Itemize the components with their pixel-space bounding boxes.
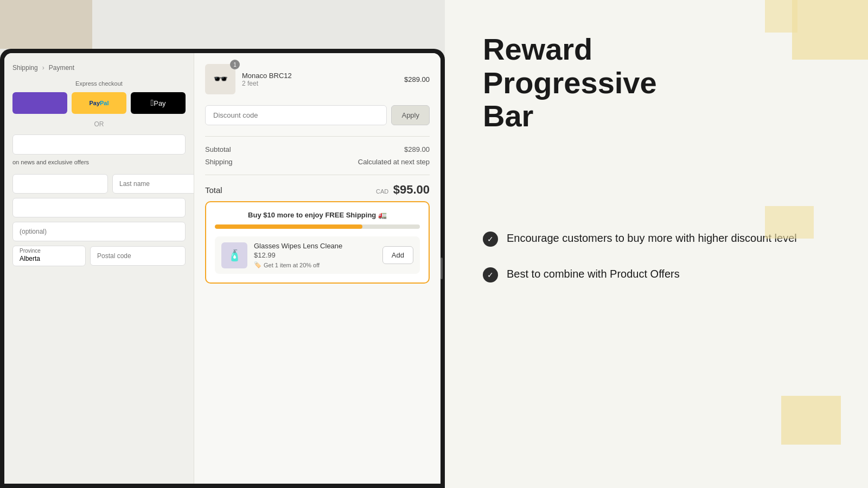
product-variant: 2 feet xyxy=(242,80,398,87)
feature-text-1: Encourage customers to buy more with hig… xyxy=(507,230,797,246)
tablet-screen: Shipping › Payment Express checkout PayP… xyxy=(4,53,441,484)
product-image-wrapper: 🕶️ 1 xyxy=(205,64,235,94)
province-label: Province xyxy=(20,248,41,254)
last-name-input[interactable] xyxy=(112,174,194,194)
checkout-sidebar: Shipping › Payment Express checkout PayP… xyxy=(4,53,194,484)
total-amount-wrapper: CAD $95.00 xyxy=(376,183,430,197)
paypal-icon: PayPal xyxy=(89,100,108,106)
check-icon-2: ✓ xyxy=(483,267,498,282)
province-wrapper: Province Alberta xyxy=(12,246,86,266)
deco-square-top-right xyxy=(792,0,868,60)
product-badge: 1 xyxy=(230,60,240,69)
feature-item-2: ✓ Best to combine with Product Offers xyxy=(483,266,830,282)
product-image: 🕶️ xyxy=(205,64,235,94)
total-amount: $95.00 xyxy=(393,183,430,196)
tablet-device: Shipping › Payment Express checkout PayP… xyxy=(0,49,445,488)
title-line3: Bar xyxy=(483,99,533,133)
email-section: on news and exclusive offers xyxy=(12,134,186,165)
reward-message: Buy $10 more to enjoy FREE Shipping 🚛 xyxy=(215,211,420,219)
check-icon-1: ✓ xyxy=(483,232,498,247)
total-final: Total CAD $95.00 xyxy=(205,175,430,197)
shipping-row: Shipping Calculated at next step xyxy=(205,158,430,166)
subtotal-row: Subtotal $289.00 xyxy=(205,145,430,153)
product-row: 🕶️ 1 Monaco BRC12 2 feet $289.00 xyxy=(205,64,430,94)
apple-pay-button[interactable]:  Pay xyxy=(131,92,186,114)
deco-square-top-right-2 xyxy=(765,0,797,33)
deco-square-bottom-right xyxy=(781,396,841,445)
breadcrumb-shipping: Shipping xyxy=(12,64,38,72)
subtotal-label: Subtotal xyxy=(205,145,231,153)
product-emoji: 🕶️ xyxy=(213,72,228,86)
product-price: $289.00 xyxy=(404,75,430,84)
feature-text-2: Best to combine with Product Offers xyxy=(507,266,680,281)
rec-product-emoji: 🧴 xyxy=(228,249,241,262)
left-panel: Shipping › Payment Express checkout PayP… xyxy=(0,0,445,488)
province-value: Alberta xyxy=(20,255,79,262)
first-name-input[interactable] xyxy=(12,174,108,194)
discount-row: Apply xyxy=(205,105,430,125)
postal-input[interactable] xyxy=(90,246,186,266)
subtotal-value: $289.00 xyxy=(404,145,430,153)
express-checkout-label: Express checkout xyxy=(12,80,186,87)
rec-product-price: $12.99 xyxy=(254,251,376,259)
discount-label: Get 1 item at 20% off xyxy=(264,262,320,268)
paypal-button[interactable]: PayPal xyxy=(72,92,126,114)
total-label: Total xyxy=(205,185,222,195)
purple-pay-button[interactable] xyxy=(12,92,67,114)
progress-bar-wrapper xyxy=(215,224,420,229)
rec-product-info: Glasses Wipes Lens Cleane $12.99 🏷️ Get … xyxy=(254,242,376,268)
breadcrumb: Shipping › Payment xyxy=(12,64,186,72)
or-divider: OR xyxy=(12,120,186,128)
email-input[interactable] xyxy=(12,134,186,155)
apple-pay-label: Pay xyxy=(154,99,165,107)
title-line2: Progressive xyxy=(483,66,657,100)
product-name: Monaco BRC12 xyxy=(242,72,398,80)
deco-square-mid-right xyxy=(765,206,814,239)
order-totals: Subtotal $289.00 Shipping Calculated at … xyxy=(205,136,430,166)
progress-bar-fill xyxy=(215,224,362,229)
total-currency: CAD xyxy=(376,188,388,195)
recommended-product: 🧴 Glasses Wipes Lens Cleane $12.99 🏷️ Ge… xyxy=(215,236,420,274)
breadcrumb-payment: Payment xyxy=(49,64,74,72)
news-label: on news and exclusive offers xyxy=(12,159,186,165)
reward-bar-widget: Buy $10 more to enjoy FREE Shipping 🚛 🧴 … xyxy=(205,201,430,284)
rec-product-name: Glasses Wipes Lens Cleane xyxy=(254,242,376,250)
tag-icon: 🏷️ xyxy=(254,261,261,268)
bg-shape-top-left xyxy=(0,0,92,49)
payment-buttons: PayPal  Pay xyxy=(12,92,186,114)
title-line1: Reward xyxy=(483,32,592,66)
right-panel: Reward Progressive Bar ✓ Encourage custo… xyxy=(445,0,868,488)
rec-product-image: 🧴 xyxy=(221,242,247,268)
shipping-label: Shipping xyxy=(205,158,233,166)
shipping-value: Calculated at next step xyxy=(358,158,430,166)
product-info: Monaco BRC12 2 feet xyxy=(242,72,398,87)
province-row: Province Alberta xyxy=(12,246,186,266)
breadcrumb-chevron: › xyxy=(42,64,44,72)
name-row xyxy=(12,174,186,194)
rec-product-discount: 🏷️ Get 1 item at 20% off xyxy=(254,261,376,268)
address-input[interactable] xyxy=(12,198,186,217)
address-optional-input[interactable] xyxy=(12,222,186,241)
apply-button[interactable]: Apply xyxy=(391,105,430,125)
discount-input[interactable] xyxy=(205,105,387,125)
address-fields: Province Alberta xyxy=(12,174,186,266)
marketing-title: Reward Progressive Bar xyxy=(483,33,830,133)
checkout-main: 🕶️ 1 Monaco BRC12 2 feet $289.00 Apply xyxy=(194,53,441,484)
add-product-button[interactable]: Add xyxy=(382,246,413,264)
